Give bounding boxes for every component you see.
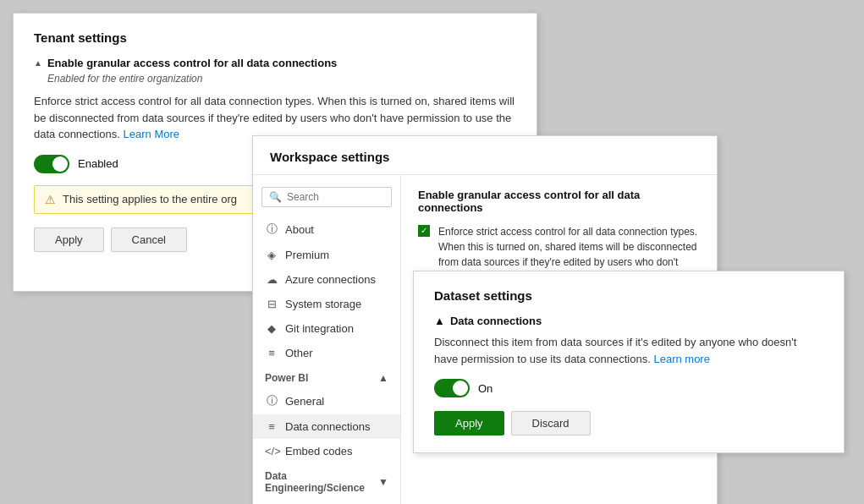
dataset-toggle-row: On bbox=[434, 379, 823, 397]
sidebar-item-git[interactable]: ◆ Git integration bbox=[253, 316, 400, 341]
sidebar-label-general: General bbox=[285, 395, 324, 408]
workspace-search-box[interactable]: 🔍 bbox=[261, 187, 392, 207]
warning-icon: ⚠ bbox=[45, 193, 56, 206]
git-icon: ◆ bbox=[265, 322, 278, 335]
collapse-icon[interactable]: ▲ bbox=[34, 58, 42, 68]
sidebar-label-storage: System storage bbox=[285, 298, 361, 310]
tenant-toggle-label: Enabled bbox=[78, 157, 118, 170]
embed-codes-icon: </> bbox=[265, 445, 278, 457]
cancel-button[interactable]: Cancel bbox=[111, 227, 187, 252]
tenant-section-subtitle: Enabled for the entire organization bbox=[47, 73, 516, 85]
sidebar-item-other[interactable]: ≡ Other bbox=[253, 341, 400, 365]
dataset-collapse-icon[interactable]: ▲ bbox=[434, 315, 445, 327]
data-eng-section-header[interactable]: DataEngineering/Science ▼ bbox=[253, 463, 400, 497]
about-icon: ⓘ bbox=[265, 222, 278, 237]
tenant-title: Tenant settings bbox=[34, 30, 516, 45]
other-icon: ≡ bbox=[265, 347, 278, 359]
apply-button[interactable]: Apply bbox=[34, 227, 104, 252]
data-eng-collapse-icon: ▼ bbox=[378, 476, 388, 488]
tenant-warning-text: This setting applies to the entire org bbox=[63, 193, 237, 205]
dataset-title: Dataset settings bbox=[434, 288, 823, 303]
premium-icon: ◈ bbox=[265, 249, 278, 261]
powerbi-section-header[interactable]: Power BI ▲ bbox=[253, 365, 400, 387]
sidebar-label-about: About bbox=[285, 223, 314, 236]
dataset-toggle-label: On bbox=[478, 382, 493, 395]
general-icon: ⓘ bbox=[265, 393, 278, 408]
tenant-section-title-text: Enable granular access control for all d… bbox=[47, 57, 337, 69]
sidebar-item-embed-codes[interactable]: </> Embed codes bbox=[253, 439, 400, 463]
dataset-section-label: Data connections bbox=[450, 315, 542, 327]
tenant-section-header: ▲ Enable granular access control for all… bbox=[34, 57, 516, 69]
sidebar-label-azure: Azure connections bbox=[285, 273, 376, 286]
dataset-toggle[interactable] bbox=[434, 379, 470, 397]
sidebar-item-storage[interactable]: ⊟ System storage bbox=[253, 292, 400, 316]
data-eng-section-label: DataEngineering/Science bbox=[265, 470, 365, 494]
workspace-sidebar: 🔍 ⓘ About ◈ Premium ☁ Azure connections … bbox=[253, 175, 401, 504]
search-input[interactable] bbox=[287, 191, 384, 203]
powerbi-section-label: Power BI bbox=[265, 372, 308, 384]
powerbi-collapse-icon: ▲ bbox=[378, 372, 388, 384]
dataset-settings-panel: Dataset settings ▲ Data connections Disc… bbox=[413, 271, 845, 453]
azure-icon: ☁ bbox=[265, 273, 278, 286]
sidebar-item-general[interactable]: ⓘ General bbox=[253, 387, 400, 414]
ws-checkbox[interactable] bbox=[418, 225, 430, 237]
dataset-apply-button[interactable]: Apply bbox=[434, 411, 504, 436]
search-icon: 🔍 bbox=[269, 191, 282, 203]
dataset-discard-button[interactable]: Discard bbox=[511, 411, 591, 436]
ws-content-title: Enable granular access control for all d… bbox=[418, 189, 700, 214]
tenant-learn-more-link[interactable]: Learn More bbox=[124, 128, 179, 140]
tenant-toggle[interactable] bbox=[34, 155, 69, 173]
sidebar-label-data-connections: Data connections bbox=[285, 420, 370, 433]
sidebar-label-premium: Premium bbox=[285, 249, 329, 261]
workspace-title: Workspace settings bbox=[253, 136, 717, 175]
sidebar-label-embed-codes: Embed codes bbox=[285, 445, 353, 457]
sidebar-label-git: Git integration bbox=[285, 322, 354, 335]
sidebar-item-premium[interactable]: ◈ Premium bbox=[253, 243, 400, 267]
dataset-section-title: ▲ Data connections bbox=[434, 315, 823, 327]
sidebar-item-azure[interactable]: ☁ Azure connections bbox=[253, 267, 400, 292]
dataset-learn-more-link[interactable]: Learn more bbox=[653, 353, 709, 365]
data-connections-icon: ≡ bbox=[265, 420, 278, 433]
sidebar-label-other: Other bbox=[285, 347, 313, 359]
dataset-description: Disconnect this item from data sources i… bbox=[434, 334, 823, 367]
dataset-btn-row: Apply Discard bbox=[434, 411, 823, 436]
storage-icon: ⊟ bbox=[265, 298, 278, 310]
sidebar-item-data-connections[interactable]: ≡ Data connections bbox=[253, 414, 400, 439]
sidebar-item-about[interactable]: ⓘ About bbox=[253, 216, 400, 243]
